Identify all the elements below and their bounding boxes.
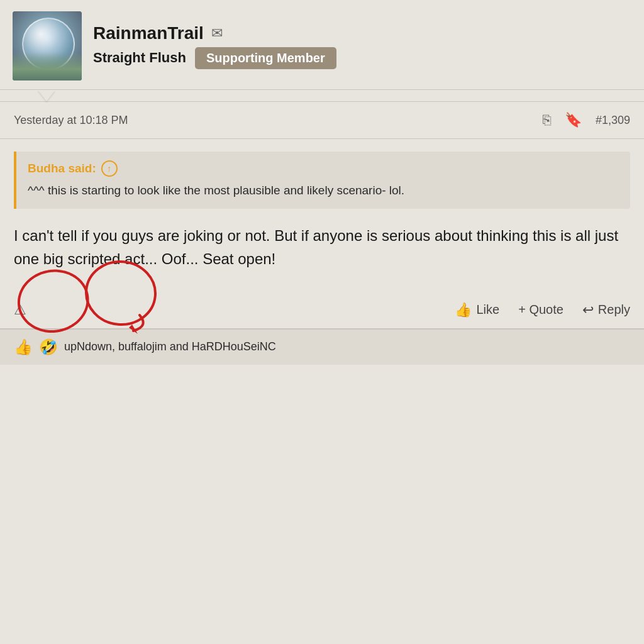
username-row: RainmanTrail ✉ <box>93 23 336 43</box>
quote-author: Budha said: ↑ <box>28 160 619 177</box>
username: RainmanTrail <box>93 23 204 43</box>
email-icon[interactable]: ✉ <box>211 25 223 42</box>
quote-up-icon[interactable]: ↑ <box>101 160 118 177</box>
triangle-pointer <box>38 90 55 101</box>
reply-icon: ↩ <box>582 302 594 318</box>
quote-button[interactable]: + Quote <box>518 303 564 317</box>
reactor-names: upNdown, buffalojim and HaRDHouSeiNC <box>64 340 276 353</box>
post-timestamp: Yesterday at 10:18 PM <box>14 114 128 127</box>
supporting-member-badge: Supporting Member <box>195 47 336 69</box>
report-icon[interactable]: ⚠ <box>14 302 26 318</box>
quote-block: Budha said: ↑ ^^^ this is starting to lo… <box>14 152 630 209</box>
post-text-wrapper: I can't tell if you guys are joking or n… <box>14 224 630 270</box>
reply-label: Reply <box>598 303 630 317</box>
avatar <box>13 11 82 80</box>
reactions-footer: 👍 🤣 upNdown, buffalojim and HaRDHouSeiNC <box>0 329 644 365</box>
user-info: RainmanTrail ✉ Straight Flush Supporting… <box>93 23 336 69</box>
action-right: 👍 Like + Quote ↩ Reply <box>455 302 630 318</box>
thumbs-up-emoji: 👍 <box>14 338 33 356</box>
post-text: I can't tell if you guys are joking or n… <box>14 224 630 270</box>
rank-row: Straight Flush Supporting Member <box>93 47 336 69</box>
like-icon: 👍 <box>455 302 472 318</box>
post-meta: Yesterday at 10:18 PM ⎘ 🔖 #1,309 <box>0 101 644 139</box>
post-number: #1,309 <box>596 114 630 127</box>
like-button[interactable]: 👍 Like <box>455 302 499 318</box>
share-icon[interactable]: ⎘ <box>543 112 551 128</box>
action-left: ⚠ <box>14 302 26 318</box>
bookmark-icon[interactable]: 🔖 <box>565 112 582 128</box>
post-body: Budha said: ↑ ^^^ this is starting to lo… <box>0 139 644 296</box>
post-container: RainmanTrail ✉ Straight Flush Supporting… <box>0 0 644 644</box>
user-header: RainmanTrail ✉ Straight Flush Supporting… <box>0 0 644 90</box>
post-actions: ⚠ 👍 Like + Quote ↩ Reply <box>0 296 644 328</box>
quote-text: ^^^ this is starting to look like the mo… <box>28 182 619 200</box>
quote-author-name: Budha said: <box>28 162 96 175</box>
quote-label: + Quote <box>518 303 564 317</box>
rank-label: Straight Flush <box>93 50 186 66</box>
reply-button[interactable]: ↩ Reply <box>582 302 630 318</box>
post-meta-right: ⎘ 🔖 #1,309 <box>543 112 630 128</box>
like-label: Like <box>476 303 499 317</box>
rofl-emoji: 🤣 <box>39 338 58 356</box>
